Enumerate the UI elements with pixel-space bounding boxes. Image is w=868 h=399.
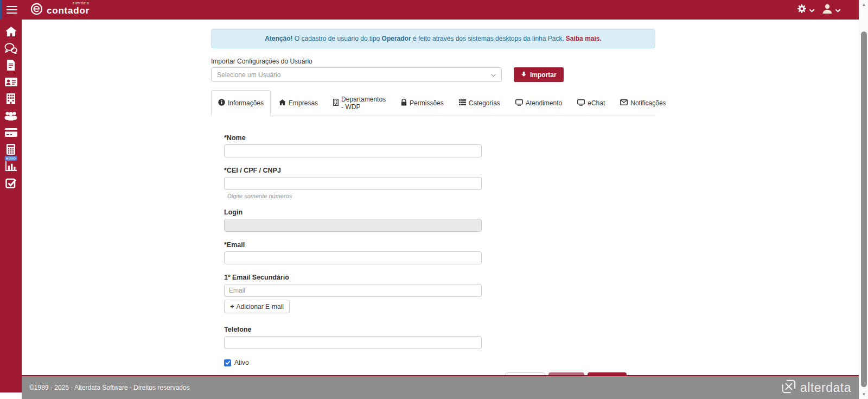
ativo-checkbox[interactable] [224, 359, 231, 366]
chat-icon [4, 43, 17, 56]
user-form: *Nome *CEI / CPF / CNPJ Digite somente n… [211, 134, 655, 366]
nome-input[interactable] [224, 144, 482, 157]
menu-button[interactable] [7, 4, 17, 16]
building-icon [7, 93, 15, 106]
chevron-down-icon [835, 5, 840, 15]
cei-help-text: Digite somente números [227, 193, 655, 199]
user-select[interactable]: Selecione um Usuário [211, 67, 502, 82]
tab-empresas[interactable]: Empresas [272, 90, 325, 116]
tab-echat[interactable]: eChat [570, 90, 612, 116]
desktop-icon [515, 99, 523, 107]
copyright-text: ©1989 - 2025 - Alterdata Software - Dire… [29, 384, 190, 391]
list-icon [459, 99, 466, 107]
nome-label: *Nome [224, 134, 655, 142]
plus-icon: + [230, 303, 234, 310]
calculator-icon [7, 144, 15, 157]
check-square-icon [5, 178, 16, 191]
envelope-icon [620, 99, 628, 107]
main-area: Atenção! O cadastro de usuário do tipo O… [22, 20, 859, 375]
credit-card-icon [5, 128, 17, 139]
cei-cpf-cnpj-input[interactable] [224, 177, 482, 190]
alterdata-footer-logo: alterdata [782, 379, 851, 396]
account-button[interactable] [822, 3, 840, 16]
sidebar-item-calculator[interactable]: NOVO [0, 142, 22, 159]
email-secundario-input[interactable] [224, 284, 482, 297]
alterdata-logo-text: alterdata [800, 381, 851, 395]
scroll-down-arrow[interactable]: ▼ [859, 392, 868, 397]
scrollbar-thumb[interactable] [861, 31, 867, 387]
tab-categorias[interactable]: Categorias [452, 90, 507, 116]
users-icon [4, 111, 17, 123]
tab-bar: Informações Empresas Departamentos - WDP [211, 90, 655, 116]
alert-text-1: O cadastro de usuário do tipo [293, 35, 382, 42]
adicionar-email-button[interactable]: + Adicionar E-mail [224, 300, 290, 313]
email-input[interactable] [224, 251, 482, 264]
user-select-placeholder: Selecione um Usuário [217, 71, 280, 79]
sidebar-item-users[interactable] [0, 108, 22, 125]
edge-accent [0, 0, 2, 20]
settings-button[interactable] [797, 4, 814, 16]
id-card-icon [5, 78, 17, 88]
telefone-input[interactable] [224, 336, 482, 349]
sidebar-item-reports[interactable] [0, 159, 22, 175]
brand-name-label: contador [47, 5, 90, 16]
contador-logo-icon [30, 3, 43, 17]
lock-icon [401, 99, 407, 107]
alert-text-2: é feito através dos sistemas desktops da… [411, 35, 564, 42]
arrow-down-icon [521, 71, 527, 79]
document-icon [7, 60, 15, 73]
desktop-icon [577, 99, 585, 107]
email-label: *Email [224, 241, 655, 249]
vertical-scrollbar[interactable]: ▲ ▼ [859, 0, 868, 399]
login-input [224, 219, 482, 232]
tab-informacoes[interactable]: Informações [211, 90, 271, 116]
cei-cpf-cnpj-label: *CEI / CPF / CNPJ [224, 167, 655, 174]
sidebar-item-companies[interactable] [0, 91, 22, 108]
user-icon [822, 3, 833, 16]
saiba-mais-link[interactable]: Saiba mais. [566, 35, 602, 42]
building-icon [333, 99, 339, 107]
tab-notificacoes[interactable]: Notificações [613, 90, 673, 116]
gear-icon [797, 4, 807, 16]
tab-departamentos-wdp[interactable]: Departamentos - WDP [326, 90, 393, 116]
footer: ©1989 - 2025 - Alterdata Software - Dire… [22, 375, 859, 399]
sidebar-item-chats[interactable] [0, 41, 22, 58]
login-label: Login [224, 208, 655, 216]
bar-chart-icon [5, 161, 17, 173]
info-icon [218, 99, 225, 107]
sidebar-item-billing[interactable] [0, 125, 22, 142]
top-bar: alterdata contador [0, 0, 859, 20]
tab-permissoes[interactable]: Permissões [394, 90, 451, 116]
alert-bold-attention: Atenção! [265, 35, 292, 42]
caret-down-icon [491, 71, 496, 79]
email-secundario-label: 1º Email Secundário [224, 274, 655, 281]
check-icon [225, 360, 231, 365]
sidebar: NOVO [0, 20, 22, 392]
telefone-label: Telefone [224, 326, 655, 333]
import-config-label: Importar Configurações do Usuário [211, 58, 655, 65]
tab-atendimento[interactable]: Atendimento [508, 90, 569, 116]
home-icon [279, 99, 286, 107]
sidebar-item-documents[interactable] [0, 58, 22, 74]
chevron-down-icon [809, 5, 814, 15]
ativo-label: Ativo [234, 359, 249, 366]
sidebar-item-contacts[interactable] [0, 74, 22, 91]
sidebar-item-home[interactable] [0, 24, 22, 41]
alert-bold-operator: Operador [382, 35, 411, 42]
brand-logo[interactable]: alterdata contador [30, 3, 90, 17]
brand-super-label: alterdata [72, 1, 89, 5]
novo-badge: NOVO [5, 156, 17, 161]
sidebar-item-tasks[interactable] [0, 175, 22, 192]
home-icon [5, 27, 17, 39]
alterdata-logo-icon [782, 379, 796, 396]
importar-button[interactable]: Importar [514, 67, 564, 82]
scroll-up-arrow[interactable]: ▲ [859, 2, 868, 7]
info-alert: Atenção! O cadastro de usuário do tipo O… [211, 29, 655, 48]
